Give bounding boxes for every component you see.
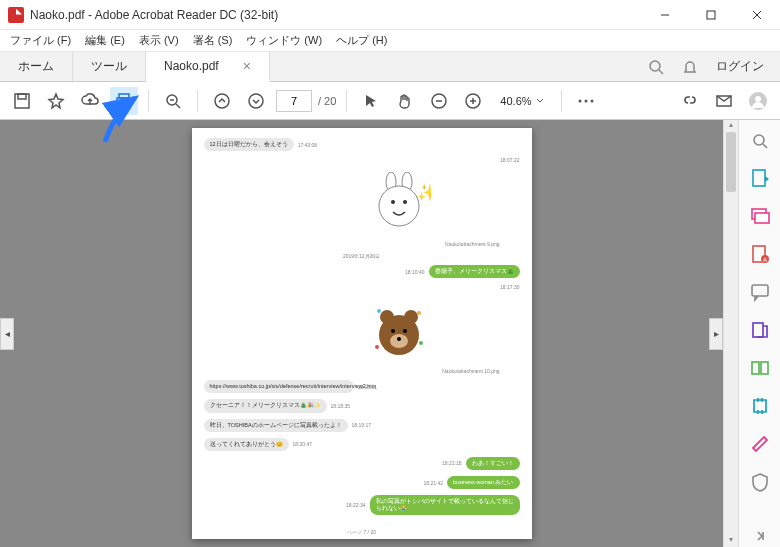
svg-point-44 — [754, 135, 764, 145]
edit-pdf-icon[interactable]: A — [748, 244, 772, 264]
account-icon[interactable] — [744, 87, 772, 115]
comment-icon[interactable] — [748, 282, 772, 302]
svg-point-29 — [379, 186, 419, 226]
tab-document[interactable]: Naoko.pdf × — [146, 52, 270, 82]
minimize-button[interactable] — [642, 0, 688, 30]
svg-point-22 — [584, 99, 587, 102]
window-title: Naoko.pdf - Adobe Acrobat Reader DC (32-… — [30, 8, 642, 22]
svg-point-26 — [755, 96, 761, 102]
protect-icon[interactable] — [748, 472, 772, 492]
svg-point-42 — [419, 341, 423, 345]
menu-sign[interactable]: 署名 (S) — [187, 31, 239, 50]
timestamp: 18:19:17 — [352, 422, 371, 428]
tab-home[interactable]: ホーム — [0, 52, 73, 81]
combine-icon[interactable] — [748, 320, 772, 340]
redact-icon[interactable] — [748, 434, 772, 454]
menu-view[interactable]: 表示 (V) — [133, 31, 185, 50]
svg-rect-53 — [753, 323, 763, 337]
zoom-out-find-icon[interactable] — [159, 87, 187, 115]
svg-point-4 — [650, 61, 660, 71]
window-controls — [642, 0, 780, 30]
page-up-icon[interactable] — [208, 87, 236, 115]
svg-text:A: A — [762, 257, 766, 263]
scroll-thumb[interactable] — [726, 132, 736, 192]
share-link-icon[interactable] — [676, 87, 704, 115]
chat-bubble: 送ってくれてありがとう😊 — [204, 438, 289, 451]
chevron-down-icon — [536, 97, 544, 105]
svg-point-41 — [417, 311, 421, 315]
svg-point-40 — [377, 309, 381, 313]
vertical-scrollbar[interactable]: ▴ ▾ — [723, 120, 738, 547]
menu-file[interactable]: ファイル (F) — [4, 31, 77, 50]
svg-point-15 — [249, 94, 263, 108]
svg-point-14 — [215, 94, 229, 108]
timestamp: 18:21:18 — [442, 460, 461, 466]
more-icon[interactable] — [572, 87, 600, 115]
chat-bubble: 春陽子、メリークリスマス🎄 — [429, 265, 520, 278]
menu-edit[interactable]: 編集 (E) — [79, 31, 131, 50]
print-icon[interactable] — [110, 87, 138, 115]
search-icon[interactable] — [648, 59, 664, 75]
search-tool-icon[interactable] — [748, 132, 772, 150]
timestamp: 18:21:42 — [424, 480, 443, 486]
export-pdf-icon[interactable] — [748, 168, 772, 188]
svg-rect-48 — [755, 213, 769, 223]
date-separator: 2019年12月26日 — [204, 253, 520, 259]
acrobat-app-icon — [8, 7, 24, 23]
timestamp: 18:10:40 — [405, 269, 424, 275]
svg-text:✨: ✨ — [417, 183, 431, 202]
timestamp: 18:22:34 — [346, 502, 365, 508]
timestamp: 18:07:22 — [500, 157, 519, 163]
compress-icon[interactable] — [748, 396, 772, 416]
svg-rect-6 — [15, 94, 29, 108]
right-tool-panel: A — [738, 120, 780, 547]
toolbar: / 20 40.6% — [0, 82, 780, 120]
page-down-icon[interactable] — [242, 87, 270, 115]
svg-point-30 — [391, 200, 395, 204]
maximize-button[interactable] — [688, 0, 734, 30]
create-pdf-icon[interactable] — [748, 206, 772, 226]
pdf-page: 12日は日曜だから、会えそう 17:43:08 18:07:22 ✨ Naoko… — [192, 128, 532, 539]
attachment-label: Naoko\attachment 10.png — [204, 368, 500, 374]
cloud-upload-icon[interactable] — [76, 87, 104, 115]
svg-point-37 — [391, 329, 395, 333]
content-area: 12日は日曜だから、会えそう 17:43:08 18:07:22 ✨ Naoko… — [0, 120, 780, 547]
chat-bubble: 12日は日曜だから、会えそう — [204, 138, 294, 151]
save-icon[interactable] — [8, 87, 36, 115]
svg-point-38 — [403, 329, 407, 333]
menu-window[interactable]: ウィンドウ (W) — [240, 31, 328, 50]
menu-help[interactable]: ヘルプ (H) — [330, 31, 393, 50]
timestamp: 18:18:01 — [358, 384, 377, 390]
svg-rect-46 — [753, 170, 765, 186]
star-icon[interactable] — [42, 87, 70, 115]
organize-icon[interactable] — [748, 358, 772, 378]
zoom-level[interactable]: 40.6% — [493, 92, 550, 110]
bell-icon[interactable] — [682, 59, 698, 75]
tab-close-icon[interactable]: × — [243, 58, 251, 74]
attachment-label: Naoko\attachment 9.png — [204, 241, 500, 247]
svg-point-39 — [397, 337, 401, 341]
zoom-out-icon[interactable] — [425, 87, 453, 115]
sticker-bear — [364, 296, 434, 366]
zoom-in-icon[interactable] — [459, 87, 487, 115]
pointer-icon[interactable] — [357, 87, 385, 115]
close-button[interactable] — [734, 0, 780, 30]
tab-tools[interactable]: ツール — [73, 52, 146, 81]
chat-bubble: https://www.toshiba.co.jp/sis/defense/re… — [204, 380, 354, 393]
document-viewport[interactable]: 12日は日曜だから、会えそう 17:43:08 18:07:22 ✨ Naoko… — [0, 120, 723, 547]
page-footer: ページ 7 / 20 — [347, 529, 376, 535]
svg-point-23 — [590, 99, 593, 102]
svg-point-31 — [403, 200, 407, 204]
svg-rect-54 — [752, 362, 759, 374]
chat-bubble: 私の写真がトシバのサイトで載っているなんて信じられない😭 — [370, 495, 520, 515]
page-number-input[interactable] — [276, 90, 312, 112]
chat-bubble: business woman みたい — [447, 476, 520, 489]
svg-rect-52 — [752, 285, 768, 296]
collapse-panel-icon[interactable] — [748, 528, 772, 544]
svg-rect-55 — [761, 362, 768, 374]
svg-line-12 — [176, 104, 180, 108]
email-icon[interactable] — [710, 87, 738, 115]
hand-icon[interactable] — [391, 87, 419, 115]
login-link[interactable]: ログイン — [716, 58, 764, 75]
chat-bubble: クセーニア！！メリークリスマス🎄🎉✨ — [204, 399, 327, 412]
